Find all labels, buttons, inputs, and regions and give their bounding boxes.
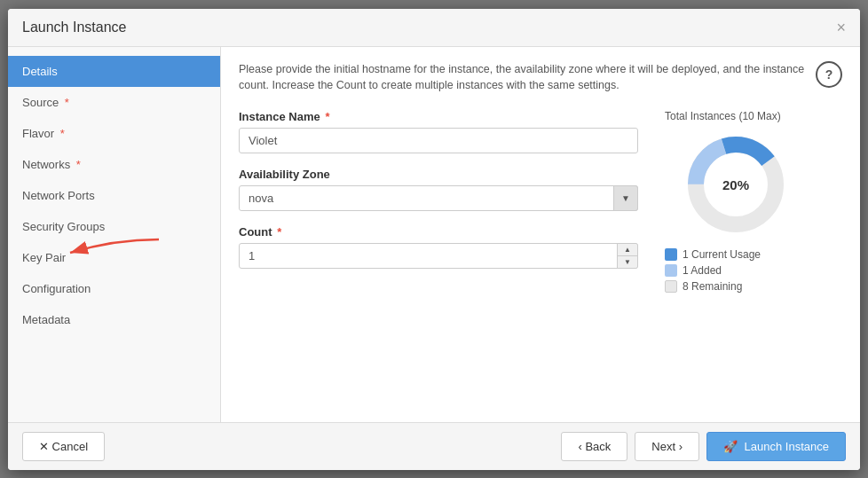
footer-right: ‹ Back Next › 🚀 Launch Instance — [561, 432, 846, 461]
legend-item-current: 1 Current Usage — [665, 248, 761, 261]
sidebar-item-details[interactable]: Details — [8, 56, 220, 87]
donut-percent-label: 20% — [722, 177, 749, 192]
footer-left: ✕ Cancel — [22, 432, 105, 461]
instance-name-input[interactable] — [239, 128, 638, 153]
count-group: Count * ▲ ▼ — [239, 225, 638, 269]
instance-name-group: Instance Name * — [239, 110, 638, 153]
sidebar-item-key-pair[interactable]: Key Pair — [8, 242, 220, 273]
availability-zone-select[interactable]: nova — [239, 185, 638, 211]
count-input[interactable] — [239, 243, 638, 269]
launch-instance-modal: Launch Instance × Details Source * Flavo… — [8, 9, 860, 470]
sidebar: Details Source * Flavor * Networks * Net… — [8, 47, 221, 422]
sidebar-item-configuration[interactable]: Configuration — [8, 273, 220, 304]
legend-box-current — [665, 248, 677, 261]
modal-overlay: Launch Instance × Details Source * Flavo… — [0, 0, 868, 478]
help-button[interactable]: ? — [816, 61, 842, 88]
close-button[interactable]: × — [836, 20, 846, 35]
sidebar-item-networks[interactable]: Networks * — [8, 149, 220, 180]
modal-footer: ✕ Cancel ‹ Back Next › 🚀 Launch Instance — [8, 422, 860, 470]
chart-legend: 1 Current Usage 1 Added 8 Remaining — [665, 248, 761, 296]
modal-body: Details Source * Flavor * Networks * Net… — [8, 47, 860, 422]
availability-zone-label: Availability Zone — [239, 168, 638, 181]
required-star-networks: * — [76, 158, 81, 171]
donut-chart: 20% — [683, 131, 789, 238]
chart-section: Total Instances (10 Max) — [665, 110, 842, 296]
next-button[interactable]: Next › — [635, 432, 699, 461]
help-section: Please provide the initial hostname for … — [239, 61, 842, 95]
availability-zone-group: Availability Zone nova ▼ — [239, 168, 638, 211]
count-label: Count * — [239, 225, 638, 239]
launch-icon: 🚀 — [723, 440, 738, 453]
required-star-flavor: * — [60, 127, 65, 140]
sidebar-item-source[interactable]: Source * — [8, 87, 220, 118]
legend-item-added: 1 Added — [665, 264, 761, 277]
help-text: Please provide the initial hostname for … — [239, 61, 816, 95]
form-chart-row: Instance Name * Availability Zone nova — [239, 110, 842, 296]
legend-label-remaining: 8 Remaining — [683, 280, 742, 293]
sidebar-item-flavor[interactable]: Flavor * — [8, 118, 220, 149]
legend-item-remaining: 8 Remaining — [665, 280, 761, 293]
chart-title: Total Instances (10 Max) — [665, 110, 781, 122]
legend-label-current: 1 Current Usage — [683, 248, 761, 261]
count-increment-button[interactable]: ▲ — [618, 244, 637, 256]
form-fields: Instance Name * Availability Zone nova — [239, 110, 638, 283]
count-decrement-button[interactable]: ▼ — [618, 256, 637, 268]
main-content-area: Please provide the initial hostname for … — [221, 47, 860, 422]
sidebar-item-metadata[interactable]: Metadata — [8, 304, 220, 335]
availability-zone-select-wrapper: nova ▼ — [239, 185, 638, 211]
count-input-wrapper: ▲ ▼ — [239, 243, 638, 269]
modal-header: Launch Instance × — [8, 9, 860, 47]
cancel-button[interactable]: ✕ Cancel — [22, 432, 105, 461]
back-button[interactable]: ‹ Back — [561, 432, 627, 461]
modal-title: Launch Instance — [22, 20, 126, 35]
legend-label-added: 1 Added — [683, 264, 722, 277]
sidebar-item-security-groups[interactable]: Security Groups — [8, 211, 220, 242]
instance-name-label: Instance Name * — [239, 110, 638, 123]
required-star-count: * — [277, 225, 281, 239]
required-star-instance-name: * — [325, 110, 329, 123]
count-spinners: ▲ ▼ — [617, 243, 638, 269]
launch-instance-button[interactable]: 🚀 Launch Instance — [706, 432, 846, 461]
sidebar-item-network-ports[interactable]: Network Ports — [8, 180, 220, 211]
launch-label: Launch Instance — [745, 440, 829, 453]
legend-box-added — [665, 264, 677, 277]
legend-box-remaining — [665, 280, 677, 293]
required-star-source: * — [65, 96, 69, 109]
